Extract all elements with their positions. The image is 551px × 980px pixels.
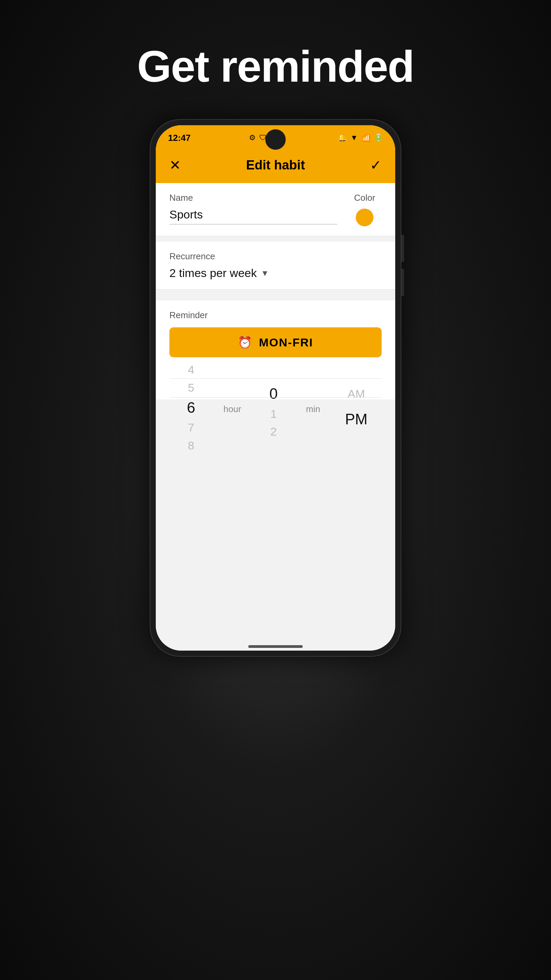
- phone-side-btn-1: [401, 235, 404, 262]
- reminder-label: Reminder: [169, 310, 382, 321]
- name-value[interactable]: Sports: [169, 208, 337, 221]
- headline: Get reminded: [137, 41, 414, 92]
- time-picker-grid: 45678hour012minAMPM: [169, 357, 382, 458]
- phone-home-bar: [248, 645, 303, 648]
- wifi-icon: ▼: [350, 134, 358, 142]
- name-color-card: Name Sports Color: [156, 183, 395, 236]
- confirm-button[interactable]: ✓: [370, 157, 382, 173]
- app-content: Name Sports Color Recurrence 2 times per…: [156, 183, 395, 651]
- reminder-button-text: MON-FRI: [259, 336, 313, 349]
- clock-icon: ⏰: [238, 336, 252, 349]
- name-label: Name: [169, 192, 337, 203]
- time-picker: 45678hour012minAMPM: [156, 357, 395, 399]
- recurrence-card: Recurrence 2 times per week ▼: [156, 242, 395, 290]
- color-picker-dot[interactable]: [356, 208, 373, 226]
- settings-icon: ⚙: [249, 134, 256, 142]
- phone-shell: 12:47 ⚙ 🛡 🔋 🔔 ▼ 📶 🔋 ✕ Edit habit ✓: [150, 119, 401, 657]
- phone-inner: 12:47 ⚙ 🛡 🔋 🔔 ▼ 📶 🔋 ✕ Edit habit ✓: [156, 125, 395, 651]
- signal-icon: 📶: [361, 134, 370, 142]
- recurrence-value-row[interactable]: 2 times per week ▼: [169, 266, 382, 280]
- notch: [265, 129, 286, 150]
- status-right: 🔔 ▼ 📶 🔋: [338, 134, 383, 142]
- screen-title: Edit habit: [246, 158, 305, 172]
- status-time: 12:47: [168, 133, 191, 143]
- section-divider-2: [156, 290, 395, 295]
- dropdown-arrow-icon: ▼: [261, 269, 269, 278]
- reminder-button[interactable]: ⏰ MON-FRI: [169, 327, 382, 357]
- color-label: Color: [354, 192, 375, 203]
- recurrence-value-text: 2 times per week: [169, 266, 257, 280]
- app-header: ✕ Edit habit ✓: [156, 149, 395, 183]
- phone-side-btn-2: [401, 269, 404, 296]
- battery-right-icon: 🔋: [374, 134, 383, 142]
- name-underline: [169, 224, 337, 224]
- reminder-card: Reminder ⏰ MON-FRI: [156, 301, 395, 357]
- section-divider-1: [156, 236, 395, 242]
- close-button[interactable]: ✕: [169, 157, 181, 173]
- bell-mute-icon: 🔔: [338, 134, 347, 142]
- recurrence-label: Recurrence: [169, 251, 382, 262]
- color-section: Color: [348, 192, 382, 226]
- name-input-area: Name Sports: [169, 192, 337, 224]
- name-color-row: Name Sports Color: [169, 192, 382, 226]
